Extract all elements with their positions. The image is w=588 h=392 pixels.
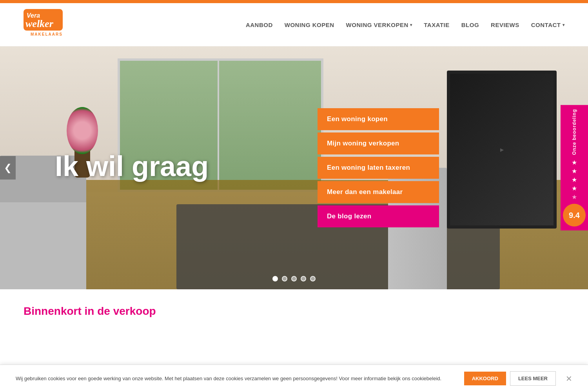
hero-btn-kopen[interactable]: Een woning kopen	[318, 108, 439, 130]
hero-tv: ▶	[447, 71, 557, 229]
nav-woning-verkopen[interactable]: WONING VERKOPEN ▾	[346, 22, 412, 28]
nav-reviews[interactable]: REVIEWS	[491, 22, 519, 28]
hero-section: ▶ ❮ Ik wil graag Een woning kopen Mijn w…	[0, 46, 588, 289]
rating-label: Onze beoordeling	[572, 109, 577, 155]
logo-area: Vera welker MAKELAARS	[24, 9, 86, 40]
hero-btn-makelaar[interactable]: Meer dan een makelaar	[318, 181, 439, 203]
hero-actions: Een woning kopen Mijn woning verkopen Ee…	[318, 108, 439, 227]
top-bar	[0, 0, 588, 3]
contact-caret: ▾	[563, 23, 565, 27]
woning-verkopen-caret: ▾	[410, 23, 412, 27]
nav-woning-kopen[interactable]: WONING KOPEN	[285, 22, 334, 28]
rating-widget[interactable]: Onze beoordeling ★ ★ ★ ★ ★ 9.4	[561, 105, 588, 230]
hero-btn-verkopen[interactable]: Mijn woning verkopen	[318, 132, 439, 154]
star-4: ★	[572, 185, 577, 192]
hero-btn-taxeren[interactable]: Een woning laten taxeren	[318, 157, 439, 179]
carousel-dot-1[interactable]	[272, 276, 278, 281]
rating-score-box: 9.4	[563, 204, 586, 227]
nav-aanbod[interactable]: AANBOD	[246, 22, 273, 28]
hero-headline: Ik wil graag	[55, 150, 209, 182]
carousel-dot-2[interactable]	[282, 276, 287, 281]
hero-btn-blog[interactable]: De blog lezen	[318, 205, 439, 227]
main-nav: AANBOD WONING KOPEN WONING VERKOPEN ▾ TA…	[246, 22, 564, 28]
hero-prev-button[interactable]: ❮	[0, 156, 16, 180]
rating-stars: ★ ★ ★ ★ ★	[572, 159, 577, 201]
nav-contact[interactable]: CONTACT ▾	[531, 22, 564, 28]
star-5: ★	[572, 193, 577, 201]
carousel-dots	[272, 276, 316, 281]
svg-text:welker: welker	[25, 18, 54, 29]
section-title: Binnenkort in de verkoop	[24, 305, 564, 318]
carousel-dot-4[interactable]	[301, 276, 306, 281]
rating-score: 9.4	[569, 211, 580, 220]
star-1: ★	[572, 159, 577, 166]
nav-taxatie[interactable]: TAXATIE	[424, 22, 449, 28]
svg-text:MAKELAARS: MAKELAARS	[31, 32, 63, 36]
header: Vera welker MAKELAARS AANBOD WONING KOPE…	[0, 3, 588, 46]
carousel-dot-5[interactable]	[310, 276, 316, 281]
star-2: ★	[572, 167, 577, 175]
star-3: ★	[572, 176, 577, 183]
nav-blog[interactable]: BLOG	[461, 22, 479, 28]
below-hero-section: Binnenkort in de verkoop	[0, 289, 588, 341]
carousel-dot-3[interactable]	[291, 276, 297, 281]
logo[interactable]: Vera welker MAKELAARS	[24, 9, 86, 40]
